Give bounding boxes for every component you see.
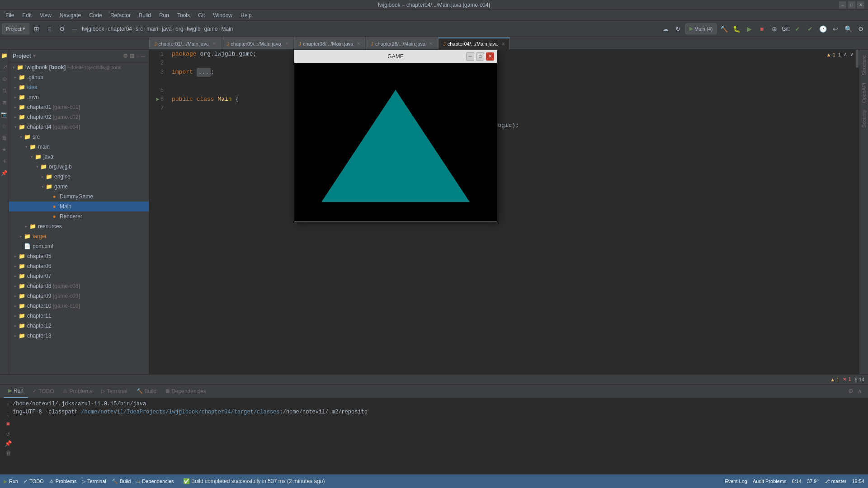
coverage-button[interactable]: ⊕ [769, 23, 780, 34]
add-icon[interactable]: + [0, 157, 9, 165]
game-minimize-button[interactable]: ─ [466, 52, 474, 61]
camera-icon[interactable]: 📷 [0, 110, 9, 118]
tab-close-chapter01[interactable]: ✕ [212, 41, 216, 46]
term-up-icon[interactable]: ↑ [6, 402, 10, 408]
panel-tab-todo[interactable]: ✓ TODO [28, 385, 58, 398]
tree-ch07[interactable]: ▸ 📁 chapter07 [9, 271, 149, 281]
menu-help[interactable]: Help [237, 11, 255, 19]
git-rollback-button[interactable]: ↩ [830, 23, 841, 34]
tree-mvn[interactable]: ▸ 📁 .mvn [9, 92, 149, 102]
tree-ch10[interactable]: ▸ 📁 chapter10 [game-c10] [9, 301, 149, 311]
tree-ch12[interactable]: ▸ 📁 chapter12 [9, 321, 149, 331]
tree-github[interactable]: ▸ 📁 .github [9, 72, 149, 82]
bc-src[interactable]: src [136, 26, 143, 32]
debug-button[interactable]: 🐛 [731, 23, 742, 34]
tab-chapter04[interactable]: J chapter04/.../Main.java ✕ [438, 38, 510, 49]
tree-main-dir[interactable]: ▾ 📁 main [9, 142, 149, 152]
panel-tab-terminal[interactable]: ▷ Terminal [97, 385, 132, 398]
run-line-icon[interactable]: ▶ [156, 95, 160, 104]
nav-down-icon[interactable]: ∨ [850, 52, 854, 57]
tree-target[interactable]: ▸ 📁 target [9, 231, 149, 241]
tree-game-dir[interactable]: ▾ 📁 game [9, 182, 149, 192]
commit-icon[interactable]: ⊙ [0, 75, 9, 83]
deps-status-item[interactable]: ≣ Dependencies [136, 479, 174, 484]
panel-tab-deps[interactable]: ≣ Dependencies [161, 385, 211, 398]
security-label[interactable]: Security [860, 106, 868, 131]
problems-status-item[interactable]: ⚠ Problems [49, 479, 76, 484]
bc-java[interactable]: java [162, 26, 172, 32]
run-button[interactable]: ▶ Main (4) [685, 23, 717, 34]
run-config-selector[interactable]: ☁ [660, 23, 671, 34]
menu-refactor[interactable]: Refactor [107, 11, 134, 19]
collapse-all-button[interactable]: ≡ [44, 23, 55, 34]
panel-settings-button[interactable]: ⚙ [846, 387, 855, 396]
menu-code[interactable]: Code [85, 11, 106, 19]
tree-ch09[interactable]: ▸ 📁 chapter09 [game-c09] [9, 291, 149, 301]
tree-ch05[interactable]: ▸ 📁 chapter05 [9, 251, 149, 261]
menu-edit[interactable]: Edit [19, 11, 35, 19]
tree-dummygame[interactable]: ▸ ● DummyGame [9, 192, 149, 202]
tab-chapter28[interactable]: J chapter28/.../Main.java ✕ [366, 38, 438, 49]
bc-main[interactable]: main [146, 26, 158, 32]
tree-resources[interactable]: ▸ 📁 resources [9, 221, 149, 231]
git-branch-item[interactable]: ⎇ master [824, 479, 847, 484]
run2-button[interactable]: ▶ [744, 23, 755, 34]
nav-up-icon[interactable]: ∧ [844, 52, 847, 57]
tree-root[interactable]: ▾ 📁 lwjglbook [book] ~/IdeaProjects/lwjg… [9, 62, 149, 72]
tree-idea[interactable]: ▸ 📁 idea [9, 82, 149, 92]
tree-pomxml[interactable]: ▸ 📄 pom.xml [9, 241, 149, 251]
structure-icon[interactable]: ≣ [0, 99, 9, 107]
panel-tab-problems[interactable]: ⚠ Problems [58, 385, 97, 398]
game-maximize-button[interactable]: □ [476, 52, 484, 61]
tree-java-dir[interactable]: ▾ 📁 java [9, 152, 149, 162]
tab-close-chapter09[interactable]: ✕ [285, 41, 288, 46]
tree-ch13[interactable]: ▸ 📁 chapter13 [9, 331, 149, 341]
terminal-status-item[interactable]: ▷ Terminal [82, 479, 106, 484]
bc-lwjglbook[interactable]: lwjglbook [82, 26, 104, 32]
hide-button[interactable]: ─ [69, 23, 80, 34]
bookmark-icon[interactable]: ☆ [0, 122, 9, 130]
tab-close-chapter04[interactable]: ✕ [501, 42, 505, 47]
tree-engine[interactable]: ▸ 📁 engine [9, 172, 149, 182]
settings-button[interactable]: ⚙ [57, 23, 67, 34]
game-close-button[interactable]: ✕ [486, 52, 494, 61]
build-button[interactable]: 🔨 [718, 23, 729, 34]
event-log-item[interactable]: Event Log [725, 479, 747, 484]
build-status-item[interactable]: 🔨 Build [112, 479, 131, 484]
tree-orglwjglb[interactable]: ▾ 📁 org.lwjglb [9, 162, 149, 172]
pin-icon[interactable]: 📌 [0, 169, 9, 177]
menu-run[interactable]: Run [156, 11, 173, 19]
menu-build[interactable]: Build [135, 11, 155, 19]
code-editor[interactable]: 1 2 3 5 ▶6 7 package org.lwjglb.game; im… [149, 50, 859, 374]
bc-game[interactable]: game [204, 26, 217, 32]
expand-all-button[interactable]: ⊞ [31, 23, 42, 34]
gear-icon[interactable]: ⚙ [123, 53, 128, 59]
project-dropdown-icon[interactable]: ▾ [33, 53, 36, 59]
panel-tab-build[interactable]: 🔨 Build [132, 385, 161, 398]
search-button[interactable]: 🔍 [843, 23, 854, 34]
tree-ch02[interactable]: ▸ 📁 chapter02 [game-c02] [9, 112, 149, 122]
term-pin-icon[interactable]: 📌 [5, 440, 12, 447]
bc-main-file[interactable]: Main [221, 26, 233, 32]
term-down-icon[interactable]: ↓ [6, 411, 10, 418]
tab-chapter01[interactable]: J chapter01/.../Main.java ✕ [149, 38, 221, 49]
bc-lwjglb[interactable]: lwjglb [187, 26, 200, 32]
tree-ch04[interactable]: ▾ 📁 chapter04 [game-c04] [9, 122, 149, 132]
minimize-button[interactable]: – [839, 1, 846, 9]
panel-up-button[interactable]: ∧ [855, 387, 864, 396]
settings2-button[interactable]: ⚙ [855, 23, 866, 34]
tree-ch06[interactable]: ▸ 📁 chapter06 [9, 261, 149, 271]
structure-label[interactable]: Structure [860, 52, 868, 79]
maximize-button[interactable]: □ [848, 1, 855, 9]
tree-ch11[interactable]: ▸ 📁 chapter11 [9, 311, 149, 321]
project-dropdown-button[interactable]: Project ▾ [2, 23, 29, 34]
close-button[interactable]: ✕ [857, 1, 864, 9]
run-status-item[interactable]: ▶ Run [4, 479, 18, 484]
pull-request-icon[interactable]: ⇅ [0, 87, 9, 95]
delete-icon[interactable]: 🗑 [0, 134, 9, 142]
close-panel-icon[interactable]: ─ [141, 53, 145, 59]
tree-ch08[interactable]: ▸ 📁 chapter08 [game-c08] [9, 281, 149, 291]
tab-close-chapter08[interactable]: ✕ [357, 41, 360, 46]
tab-close-chapter28[interactable]: ✕ [429, 41, 433, 46]
project-sidebar-icon[interactable]: 📁 [0, 52, 9, 60]
